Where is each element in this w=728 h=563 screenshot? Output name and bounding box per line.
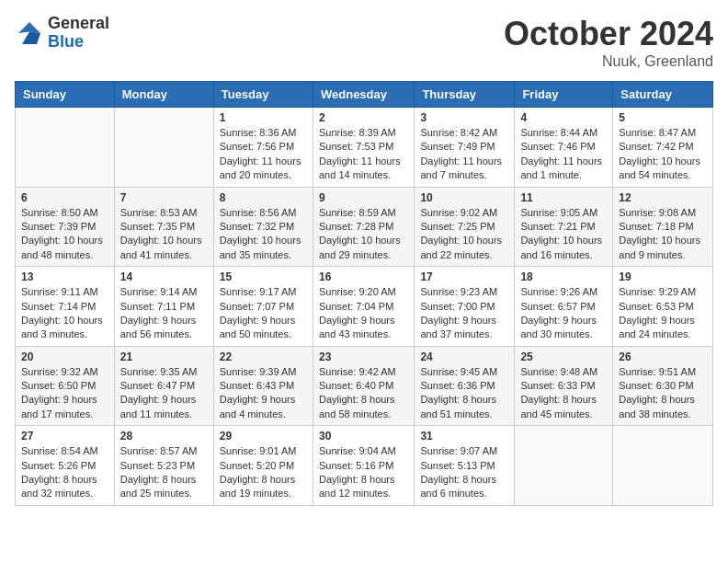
calendar-cell: 28Sunrise: 8:57 AMSunset: 5:23 PMDayligh…: [114, 426, 213, 506]
cell-line: Sunset: 6:43 PM: [220, 379, 307, 393]
cell-line: Daylight: 8 hours: [21, 473, 108, 487]
cell-line: Sunset: 7:04 PM: [319, 300, 408, 314]
calendar-cell: 20Sunrise: 9:32 AMSunset: 6:50 PMDayligh…: [16, 346, 115, 426]
calendar-cell: 31Sunrise: 9:07 AMSunset: 5:13 PMDayligh…: [415, 426, 515, 506]
cell-line: Sunrise: 9:29 AM: [619, 285, 707, 299]
calendar-cell: 6Sunrise: 8:50 AMSunset: 7:39 PMDaylight…: [16, 187, 115, 267]
calendar-cell: 19Sunrise: 9:29 AMSunset: 6:53 PMDayligh…: [613, 267, 713, 347]
cell-line: Sunset: 7:25 PM: [420, 220, 508, 234]
weekday-header: Monday: [114, 82, 213, 108]
cell-content: Sunrise: 9:35 AMSunset: 6:47 PMDaylight:…: [120, 365, 208, 422]
calendar-cell: 25Sunrise: 9:48 AMSunset: 6:33 PMDayligh…: [515, 346, 613, 426]
cell-line: Sunrise: 9:14 AM: [120, 285, 208, 299]
calendar-cell: 17Sunrise: 9:23 AMSunset: 7:00 PMDayligh…: [415, 267, 515, 347]
cell-line: and 22 minutes.: [420, 248, 508, 262]
day-number: 17: [420, 270, 508, 283]
cell-line: Sunset: 7:46 PM: [520, 140, 607, 154]
cell-line: Daylight: 9 hours: [120, 314, 208, 327]
cell-line: Sunset: 5:13 PM: [420, 459, 508, 473]
cell-line: and 32 minutes.: [21, 487, 108, 500]
cell-line: Daylight: 9 hours: [319, 314, 408, 327]
logo: General Blue: [15, 15, 109, 52]
calendar-cell: 12Sunrise: 9:08 AMSunset: 7:18 PMDayligh…: [613, 187, 713, 267]
calendar-cell: 10Sunrise: 9:02 AMSunset: 7:25 PMDayligh…: [415, 187, 515, 267]
cell-line: Daylight: 11 hours: [520, 155, 607, 168]
cell-line: Daylight: 9 hours: [21, 393, 108, 407]
calendar-cell: 9Sunrise: 8:59 AMSunset: 7:28 PMDaylight…: [313, 187, 414, 267]
cell-line: Daylight: 8 hours: [420, 393, 508, 407]
calendar-cell: 7Sunrise: 8:53 AMSunset: 7:35 PMDaylight…: [114, 187, 213, 267]
cell-line: Sunrise: 9:45 AM: [420, 365, 508, 379]
cell-line: Sunset: 6:40 PM: [319, 379, 408, 393]
cell-line: Daylight: 8 hours: [619, 393, 707, 407]
cell-line: Sunrise: 9:11 AM: [21, 285, 108, 299]
cell-line: Sunrise: 8:54 AM: [21, 444, 108, 458]
cell-line: Daylight: 10 hours: [120, 234, 208, 247]
cell-line: and 43 minutes.: [319, 327, 408, 341]
day-number: 29: [220, 430, 307, 442]
cell-line: Sunset: 5:16 PM: [319, 459, 408, 473]
cell-line: Sunrise: 8:39 AM: [319, 126, 408, 140]
cell-line: and 3 minutes.: [21, 327, 108, 341]
cell-content: Sunrise: 9:48 AMSunset: 6:33 PMDaylight:…: [520, 365, 607, 422]
logo-general: General: [48, 15, 109, 33]
day-number: 18: [520, 270, 607, 283]
cell-line: Sunrise: 8:36 AM: [220, 126, 307, 140]
svg-marker-1: [18, 22, 40, 33]
calendar-cell: [515, 426, 613, 506]
cell-line: Sunrise: 9:20 AM: [319, 285, 408, 299]
calendar-cell: 30Sunrise: 9:04 AMSunset: 5:16 PMDayligh…: [313, 426, 414, 506]
day-number: 25: [520, 350, 607, 363]
weekday-header: Saturday: [613, 82, 713, 108]
day-number: 6: [21, 191, 108, 204]
weekday-header: Sunday: [16, 82, 115, 108]
cell-line: Daylight: 10 hours: [619, 234, 707, 247]
logo-text: General Blue: [48, 15, 109, 52]
cell-content: Sunrise: 9:23 AMSunset: 7:00 PMDaylight:…: [420, 285, 508, 342]
cell-line: Sunrise: 9:48 AM: [520, 365, 607, 379]
cell-content: Sunrise: 8:57 AMSunset: 5:23 PMDaylight:…: [120, 444, 208, 501]
cell-line: Sunrise: 8:59 AM: [319, 206, 408, 220]
cell-line: Sunset: 7:35 PM: [120, 220, 208, 234]
calendar-cell: 18Sunrise: 9:26 AMSunset: 6:57 PMDayligh…: [515, 267, 613, 347]
cell-line: Sunrise: 9:05 AM: [520, 206, 607, 220]
cell-line: Sunset: 6:36 PM: [420, 379, 508, 393]
cell-line: Sunrise: 9:17 AM: [220, 285, 307, 299]
cell-line: Sunrise: 9:42 AM: [319, 365, 408, 379]
day-number: 23: [319, 350, 408, 363]
cell-line: Daylight: 10 hours: [619, 155, 707, 168]
calendar-cell: 8Sunrise: 8:56 AMSunset: 7:32 PMDaylight…: [213, 187, 313, 267]
cell-line: and 48 minutes.: [21, 248, 108, 262]
cell-line: Daylight: 11 hours: [220, 155, 307, 168]
day-number: 5: [619, 111, 707, 124]
cell-line: and 7 minutes.: [420, 168, 508, 182]
cell-line: Sunrise: 9:04 AM: [319, 444, 408, 458]
day-number: 14: [120, 270, 208, 283]
calendar-cell: 27Sunrise: 8:54 AMSunset: 5:26 PMDayligh…: [16, 426, 115, 506]
cell-line: Sunset: 6:30 PM: [619, 379, 707, 393]
cell-line: Sunset: 7:53 PM: [319, 140, 408, 154]
calendar-week-row: 1Sunrise: 8:36 AMSunset: 7:56 PMDaylight…: [16, 108, 713, 188]
cell-content: Sunrise: 9:42 AMSunset: 6:40 PMDaylight:…: [319, 365, 408, 422]
cell-line: and 30 minutes.: [520, 327, 607, 341]
calendar-cell: 2Sunrise: 8:39 AMSunset: 7:53 PMDaylight…: [313, 108, 414, 188]
cell-content: Sunrise: 8:50 AMSunset: 7:39 PMDaylight:…: [21, 206, 108, 263]
cell-line: Sunset: 6:50 PM: [21, 379, 108, 393]
cell-line: Daylight: 11 hours: [319, 155, 408, 168]
cell-line: and 38 minutes.: [619, 408, 707, 421]
weekday-header: Thursday: [415, 82, 515, 108]
calendar-cell: 14Sunrise: 9:14 AMSunset: 7:11 PMDayligh…: [114, 267, 213, 347]
day-number: 15: [220, 270, 307, 283]
cell-line: Sunset: 7:21 PM: [520, 220, 607, 234]
cell-line: Sunset: 7:42 PM: [619, 140, 707, 154]
calendar-cell: 3Sunrise: 8:42 AMSunset: 7:49 PMDaylight…: [415, 108, 515, 188]
cell-line: Sunrise: 9:32 AM: [21, 365, 108, 379]
calendar-cell: 16Sunrise: 9:20 AMSunset: 7:04 PMDayligh…: [313, 267, 414, 347]
day-number: 31: [420, 430, 508, 442]
month-title: October 2024: [504, 15, 713, 53]
cell-line: Daylight: 8 hours: [520, 393, 607, 407]
cell-content: Sunrise: 9:32 AMSunset: 6:50 PMDaylight:…: [21, 365, 108, 422]
cell-line: Sunset: 7:49 PM: [420, 140, 508, 154]
cell-line: Sunset: 6:47 PM: [120, 379, 208, 393]
day-number: 24: [420, 350, 508, 363]
